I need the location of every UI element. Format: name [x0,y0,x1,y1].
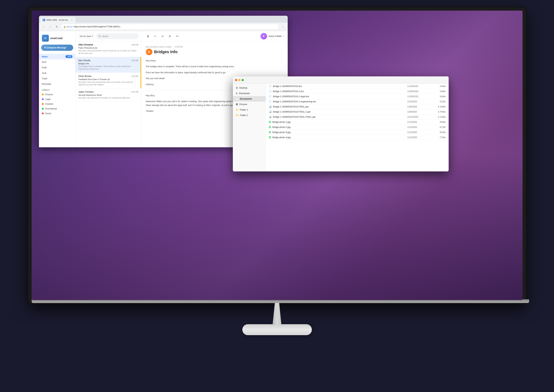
browser-menu-btn[interactable]: ⋮ [281,24,286,29]
fm-maximize-btn[interactable] [242,79,244,81]
fm-content: 📄 Bridge-1-1606650437616.doc 11/30/2020 … [266,84,449,171]
file-name: 📄 Bridge-1-1606650437616-2-legal.doc [269,95,407,98]
stand-base [242,324,312,335]
sidebar-item-inbox[interactable]: Inbox 1,939 [39,54,75,59]
file-date: 11/2/2020 [407,136,431,139]
body-p1: The bridges deck is complete. There will… [146,65,283,68]
email-list: Sort by Date ▾ 🔍 Search Allie Christine … [76,31,141,147]
file-size: 4,784kb [431,111,446,113]
more-options-btn[interactable]: ••• [174,33,180,39]
file-name: 🖼 Bridge-photo-2.jpg [269,126,407,128]
sidebar-item-draft[interactable]: Draft [39,65,75,70]
label-creative[interactable]: Creative [39,102,75,106]
forward-btn[interactable]: › [48,24,53,29]
email-item-header-3: Oliver Brooks 4:12 PM [79,75,138,77]
priority-indicator-2 [140,57,141,73]
compose-button[interactable]: ✎ Compose Message [41,45,73,51]
file-date: 11/2/2020 [407,121,431,123]
search-placeholder: Search [102,35,108,37]
undo-btn[interactable]: ↩ [152,33,158,39]
downloads-icon: ⬇ [236,92,237,95]
url-text: https://smail.mail/10300/nvgdrive/77389.… [74,25,120,28]
sidebar-item-sent[interactable]: Sent [39,59,75,65]
file-size: 158kb [431,90,446,93]
body-p2: Once we have the information in place, l… [146,71,283,74]
file-row[interactable]: 🖼 Bridge-photo-1.jpg 11/2/2020 945kb [266,119,449,125]
file-manager-window: 🖥 Desktop ⬇ Downloads 📄 Documents 🖼 [233,76,449,171]
file-date: 11/30/2020 [407,90,431,93]
app-name: smail.mail [50,37,63,40]
file-row[interactable]: 🖼 Bridge-photo-4.jpg 11/2/2020 713kb [266,135,449,140]
user-avatar: A [260,33,267,40]
delete-btn[interactable]: 🗑 [145,33,151,39]
fm-nav-folder2[interactable]: 📁 Folder 2 [233,112,266,118]
label-finance[interactable]: Finance [39,92,75,97]
user-avatar-btn[interactable]: A Avery Colette ▾ [260,33,284,40]
browser-tab[interactable]: ✉ SMAIL.MAIL - Email Inb... × [40,17,76,23]
label-social[interactable]: Social [39,111,75,116]
fm-body: 🖥 Desktop ⬇ Downloads 📄 Documents 🖼 [233,84,449,171]
email-subject-1: Parks Photoshoot Q1 [79,47,138,49]
file-date: 12/12/2020 [407,116,431,118]
email-item-1[interactable]: Allie Christine 5:06 PM Parks Photoshoot… [76,41,141,57]
file-row[interactable]: 📊 Bridge-1-1606650437616-FINAL.ppt 12/8/… [266,104,449,109]
file-row[interactable]: 📄 Bridge-1-1606650437616-2.doc 11/30/202… [266,89,449,94]
file-type-icon: 📊 [269,110,272,113]
file-row[interactable]: 📊 Bridge-1-1606650437616-FINAL-FINAL.ppt… [266,114,449,119]
fm-close-btn[interactable] [235,79,237,81]
email-sidebar: ✉ smail.mail ✎ Compose Message Inbox 1,9… [39,31,76,147]
file-type-icon: 📊 [269,115,272,118]
email-list-toolbar: Sort by Date ▾ 🔍 Search [76,31,141,41]
sidebar-item-trash[interactable]: Trash [39,76,75,81]
fm-nav-desktop[interactable]: 🖥 Desktop [233,85,266,91]
fm-nav-documents[interactable]: 📄 Documents [233,96,266,102]
browser-controls: ‹ › ↻ 🔒 Secure https://smail.mail/10300/… [39,23,288,31]
file-row[interactable]: 📄 Bridge-1-1606650437616-2-legal.doc 11/… [266,94,449,99]
file-size: 5,129kb [431,116,446,118]
file-name: 📄 Bridge-1-1606650437616.doc [269,85,407,88]
refresh-btn[interactable]: ↻ [54,24,59,29]
sidebar-item-junk[interactable]: Junk [39,70,75,76]
user-dropdown-icon: ▾ [283,35,284,37]
file-type-icon: 📊 [269,105,272,108]
email-from-line: Nico Schultz to Avery Colette 5:06 PM [146,46,283,48]
app-logo: ✉ smail.mail [39,33,75,45]
forward-email-btn[interactable]: ⇄ [160,33,165,39]
file-date: 12/8/2020 [407,105,431,108]
finance-dot [42,94,44,95]
address-bar[interactable]: 🔒 Secure https://smail.mail/10300/nvgdri… [61,24,279,30]
pictures-icon: 🖼 [236,103,238,106]
fm-nav-folder1[interactable]: 📁 Folder 1 [233,107,266,112]
file-row[interactable]: 🖼 Bridge-photo-2.jpg 11/2/2020 872kb [266,125,449,130]
email-item-3[interactable]: Oliver Brooks 4:12 PM Feedback from Evan… [76,73,141,88]
secure-badge: 🔒 Secure [63,26,73,28]
tab-favicon: ✉ [43,19,45,21]
file-type-icon: 🖼 [269,136,271,139]
email-item-header-4: Jaden Christian 3:47 PM [79,91,138,93]
file-row[interactable]: 📊 Bridge-1-1606650437616-FINAL-2.ppt 12/… [266,109,449,114]
tab-close-btn[interactable]: × [70,18,73,21]
fm-nav-downloads[interactable]: ⬇ Downloads [233,91,266,96]
sort-by-date-btn[interactable]: Sort by Date ▾ [78,34,95,39]
file-row[interactable]: 📄 Bridge-1-1606650437616-3-engineering.d… [266,99,449,104]
fm-nav-pictures[interactable]: 🖼 Pictures [233,102,266,107]
file-date: 12/2/2020 [407,100,431,103]
sidebar-item-reminder[interactable]: Reminder [39,81,75,87]
email-item-2[interactable]: Nico Schultz 5:01 PM Bridges Info The br… [76,57,141,73]
email-open-title: N Bridges Info [146,49,283,55]
email-item-header: Allie Christine 5:06 PM [79,43,138,46]
file-date: 11/2/2020 [407,126,431,128]
label-legal[interactable]: Legal [39,97,75,102]
settings-btn[interactable]: ⚙ [167,33,173,39]
user-name: Avery Colette [268,35,282,37]
fm-minimize-btn[interactable] [238,79,240,81]
browser-tab-bar: ✉ SMAIL.MAIL - Email Inb... × [39,16,288,23]
email-item-4[interactable]: Jaden Christian 3:47 PM Security Awarene… [76,88,141,102]
back-btn[interactable]: ‹ [41,24,46,29]
file-size: 4,109kb [431,105,446,108]
label-promotional[interactable]: Promotional [39,106,75,111]
file-row[interactable]: 🖼 Bridge-photo-3.jpg 11/2/2020 931kb [266,130,449,135]
monitor-stand [252,303,303,340]
search-box[interactable]: 🔍 Search [96,33,139,39]
file-row[interactable]: 📄 Bridge-1-1606650437616.doc 11/30/2020 … [266,84,449,89]
